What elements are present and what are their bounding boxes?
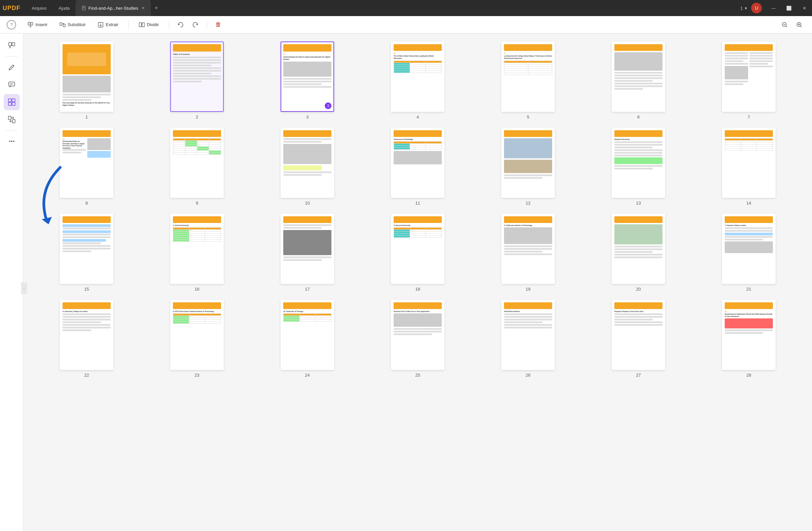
thumb-page-11[interactable]: University of Cambridge bbox=[391, 128, 445, 198]
thumb-page-5[interactable]: 03 Looking Into the College Select Major… bbox=[501, 42, 555, 112]
rotate-right-button[interactable] bbox=[189, 19, 201, 31]
insert-button[interactable]: Inserir bbox=[23, 20, 52, 30]
sidebar-item-reader[interactable] bbox=[4, 38, 20, 54]
thumb-page-21[interactable]: 7. Imperial College London bbox=[722, 214, 775, 284]
help-button[interactable]: ? bbox=[7, 20, 16, 29]
thumb-item-18[interactable]: 5. Harvard University 18 bbox=[365, 214, 470, 292]
thumb-item-20[interactable]: 20 bbox=[586, 214, 691, 292]
page-number-7: 7 bbox=[748, 114, 750, 120]
sidebar-item-edit[interactable] bbox=[4, 59, 20, 75]
thumb-item-11[interactable]: University of Cambridge 11 bbox=[365, 128, 470, 206]
minimize-button[interactable]: — bbox=[766, 0, 781, 16]
thumb-item-6[interactable]: 6 bbox=[586, 42, 691, 120]
thumb-page-6[interactable] bbox=[612, 42, 665, 112]
thumb-page-17[interactable] bbox=[280, 214, 334, 284]
thumb-item-1[interactable]: Find and Apply for the Best Institutes I… bbox=[34, 42, 139, 120]
thumb-page-15[interactable] bbox=[60, 214, 113, 284]
thumb-page-12[interactable] bbox=[501, 128, 555, 198]
thumb-item-10[interactable]: 10 bbox=[255, 128, 360, 206]
svg-rect-5 bbox=[31, 23, 33, 25]
thumb-page-4[interactable]: 02 The 10 Best Global Universities Leadi… bbox=[391, 42, 445, 112]
restore-button[interactable]: ⬜ bbox=[781, 0, 797, 16]
page-number-25: 25 bbox=[415, 373, 420, 378]
thumb-item-19[interactable]: 6. California Institute of Technology 19 bbox=[476, 214, 581, 292]
thumb-page-20[interactable] bbox=[612, 214, 665, 284]
thumb-item-26[interactable]: Add Distinct Names 26 bbox=[476, 300, 581, 378]
svg-rect-0 bbox=[82, 6, 85, 10]
svg-rect-9 bbox=[60, 23, 62, 26]
tab-close[interactable]: ✕ bbox=[142, 6, 145, 10]
sidebar-item-comment[interactable] bbox=[4, 77, 20, 93]
tab-arquivo[interactable]: Arquivo bbox=[26, 0, 53, 16]
thumb-page-22[interactable]: 8. University College of London bbox=[60, 300, 113, 370]
thumb-page-10[interactable] bbox=[280, 128, 334, 198]
tab-ajuda[interactable]: Ajuda bbox=[53, 0, 76, 16]
sidebar-item-more[interactable] bbox=[4, 133, 20, 149]
thumb-item-12[interactable]: 12 bbox=[476, 128, 581, 206]
zoom-in-button[interactable] bbox=[793, 19, 805, 31]
thumb-page-19[interactable]: 6. California Institute of Technology bbox=[501, 214, 555, 284]
tab-document[interactable]: Find-and-Ap...her-Studies ✕ bbox=[76, 0, 151, 16]
thumb-page-2[interactable]: Table of Contents bbox=[170, 42, 224, 112]
rotate-left-button[interactable] bbox=[175, 19, 187, 31]
thumb-item-8[interactable]: 04 Scholarship Rules An Overview and How… bbox=[34, 128, 139, 206]
thumb-item-27[interactable]: Program Chapters Cover Every Area 27 bbox=[586, 300, 691, 378]
sidebar-item-organize[interactable] bbox=[4, 94, 20, 110]
thumb-item-21[interactable]: 7. Imperial College London 21 bbox=[696, 214, 801, 292]
thumb-page-8[interactable]: 04 Scholarship Rules An Overview and How… bbox=[60, 128, 113, 198]
thumb-item-25[interactable]: Practical Tips to Help You in Your Appli… bbox=[365, 300, 470, 378]
extract-button[interactable]: Extrair bbox=[93, 20, 123, 30]
toolbar-divider-2 bbox=[169, 20, 169, 29]
thumb-page-23[interactable]: 9. ETH Zurich Swiss Federal Institute of… bbox=[170, 300, 224, 370]
thumb-item-24[interactable]: 10. University of Chicago 24 bbox=[255, 300, 360, 378]
svg-marker-19 bbox=[196, 24, 198, 25]
zoom-out-icon bbox=[781, 22, 788, 28]
new-tab-button[interactable]: + bbox=[151, 3, 161, 13]
replace-button[interactable]: Substituir bbox=[55, 20, 90, 30]
thumb-item-16[interactable]: 4. Oxford University 16 bbox=[144, 214, 249, 292]
page-number-5: 5 bbox=[527, 114, 529, 120]
toolbar: ? Inserir Substituir Extrair bbox=[0, 16, 812, 33]
user-avatar[interactable]: U bbox=[751, 3, 762, 13]
svg-rect-33 bbox=[9, 82, 15, 86]
close-button[interactable]: ✕ bbox=[797, 0, 812, 16]
page-number-26: 26 bbox=[526, 373, 531, 378]
thumb-page-13[interactable]: Stanford University bbox=[612, 128, 665, 198]
thumb-page-18[interactable]: 5. Harvard University bbox=[391, 214, 445, 284]
thumb-item-23[interactable]: 9. ETH Zurich Swiss Federal Institute of… bbox=[144, 300, 249, 378]
thumb-item-7[interactable]: 7 bbox=[696, 42, 801, 120]
thumb-item-15[interactable]: 15 bbox=[34, 214, 139, 292]
thumb-page-1[interactable]: Find and Apply for the Best Institutes I… bbox=[60, 42, 113, 112]
thumb-item-28[interactable]: 05 Reviewing the Application Period and … bbox=[696, 300, 801, 378]
thumb-page-24[interactable]: 10. University of Chicago bbox=[280, 300, 334, 370]
thumb-page-7[interactable] bbox=[722, 42, 775, 112]
edit-icon bbox=[8, 63, 16, 71]
thumb-item-17[interactable]: 17 bbox=[255, 214, 360, 292]
divide-button[interactable]: Dividir bbox=[134, 20, 163, 30]
thumb-item-13[interactable]: Stanford University 13 bbox=[586, 128, 691, 206]
thumb-item-3[interactable]: 01 Understanding the Need to Apply Inter… bbox=[255, 42, 360, 120]
rotate-right-icon bbox=[192, 22, 199, 28]
thumb-page-25[interactable]: Practical Tips to Help You in Your Appli… bbox=[391, 300, 445, 370]
sidebar-collapse[interactable]: ‹ bbox=[21, 282, 27, 294]
thumb-item-2[interactable]: Table of Contents 2 bbox=[144, 42, 249, 120]
thumb-page-16[interactable]: 4. Oxford University bbox=[170, 214, 224, 284]
thumb-page-28[interactable]: 05 Reviewing the Application Period and … bbox=[722, 300, 775, 370]
thumb-page-27[interactable]: Program Chapters Cover Every Area bbox=[612, 300, 665, 370]
thumb-item-5[interactable]: 03 Looking Into the College Select Major… bbox=[476, 42, 581, 120]
zoom-out-button[interactable] bbox=[779, 19, 791, 31]
svg-line-32 bbox=[13, 65, 14, 66]
thumb-item-9[interactable]: 9 bbox=[144, 128, 249, 206]
thumb-page-9[interactable] bbox=[170, 128, 224, 198]
delete-button[interactable]: 🗑 bbox=[212, 19, 224, 31]
thumb-page-3[interactable]: 01 Understanding the Need to Apply Inter… bbox=[280, 42, 334, 112]
thumb-page-14[interactable] bbox=[722, 128, 775, 198]
thumb-item-4[interactable]: 02 The 10 Best Global Universities Leadi… bbox=[365, 42, 470, 120]
thumb-item-14[interactable]: 14 bbox=[696, 128, 801, 206]
sidebar-item-convert[interactable] bbox=[4, 111, 20, 128]
svg-rect-36 bbox=[9, 99, 11, 102]
convert-icon bbox=[8, 115, 16, 124]
page-number-16: 16 bbox=[194, 287, 199, 292]
thumb-item-22[interactable]: 8. University College of London 22 bbox=[34, 300, 139, 378]
thumb-page-26[interactable]: Add Distinct Names bbox=[501, 300, 555, 370]
